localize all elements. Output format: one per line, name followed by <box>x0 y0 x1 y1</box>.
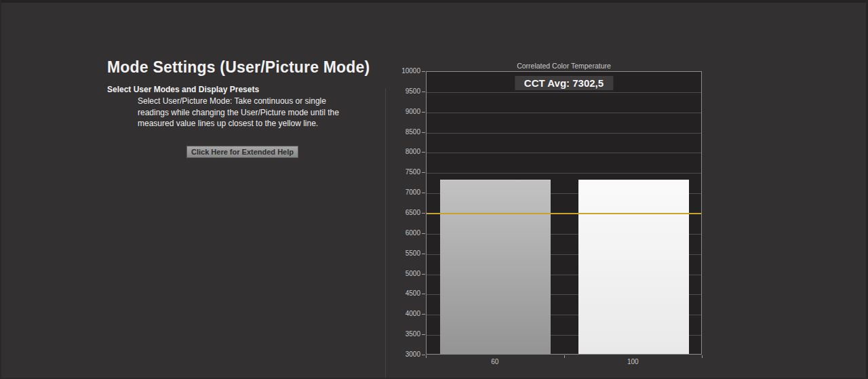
y-tick-mark <box>422 71 425 72</box>
y-tick-label: 3500 <box>380 330 420 338</box>
y-tick-label: 5000 <box>380 270 420 277</box>
y-tick-mark <box>422 294 425 294</box>
x-tick-mark <box>426 355 427 358</box>
bar-60 <box>440 180 551 354</box>
y-tick-label: 10000 <box>380 67 420 75</box>
y-tick-mark <box>422 213 425 214</box>
instructions-text: Select User/Picture Mode: Take continuou… <box>138 96 356 129</box>
x-tick-mark <box>702 355 703 358</box>
target-temperature-line <box>427 213 701 214</box>
y-tick-label: 6000 <box>380 229 420 237</box>
y-tick-mark <box>422 314 425 315</box>
y-tick-label: 7000 <box>380 188 420 196</box>
chart-title: Correlated Color Temperature <box>426 62 702 70</box>
cct-chart: Correlated Color Temperature 30003500400… <box>380 58 719 373</box>
gridline <box>427 92 701 93</box>
window-edge-top <box>0 0 868 3</box>
app-window: { "left_panel": { "title": "Mode Setting… <box>0 0 868 379</box>
y-tick-label: 6500 <box>380 209 420 216</box>
gridline <box>427 173 701 174</box>
y-tick-mark <box>422 233 425 234</box>
y-tick-label: 9500 <box>380 87 420 95</box>
plot-area: CCT Avg: 7302,5 <box>426 71 702 355</box>
y-tick-label: 3000 <box>380 351 420 358</box>
y-tick-mark <box>422 172 425 173</box>
bar-100 <box>578 180 689 354</box>
y-tick-label: 4500 <box>380 290 420 297</box>
section-subtitle: Select User Modes and Display Presets <box>107 85 259 94</box>
y-tick-label: 8000 <box>380 148 420 155</box>
x-tick-mark <box>564 355 565 358</box>
y-tick-mark <box>422 334 425 335</box>
y-tick-label: 9000 <box>380 108 420 115</box>
x-tick-label: 60 <box>475 358 515 365</box>
window-edge-left <box>0 0 1 379</box>
gridline <box>427 133 701 134</box>
y-tick-mark <box>422 112 425 113</box>
y-tick-mark <box>422 355 425 355</box>
y-tick-mark <box>422 274 425 275</box>
y-tick-mark <box>422 152 425 153</box>
y-tick-mark <box>422 254 425 254</box>
gridline <box>427 153 701 153</box>
cct-avg-badge: CCT Avg: 7302,5 <box>515 76 613 90</box>
page-title: Mode Settings (User/Picture Mode) <box>107 58 370 77</box>
y-tick-label: 8500 <box>380 128 420 136</box>
y-tick-mark <box>422 92 425 92</box>
y-tick-mark <box>422 132 425 133</box>
gridline <box>427 113 701 113</box>
y-tick-label: 7500 <box>380 168 420 176</box>
extended-help-button[interactable]: Click Here for Extended Help <box>186 146 298 158</box>
y-tick-label: 5500 <box>380 250 420 257</box>
y-tick-label: 4000 <box>380 310 420 317</box>
y-tick-mark <box>422 193 425 193</box>
x-tick-label: 100 <box>612 358 653 365</box>
